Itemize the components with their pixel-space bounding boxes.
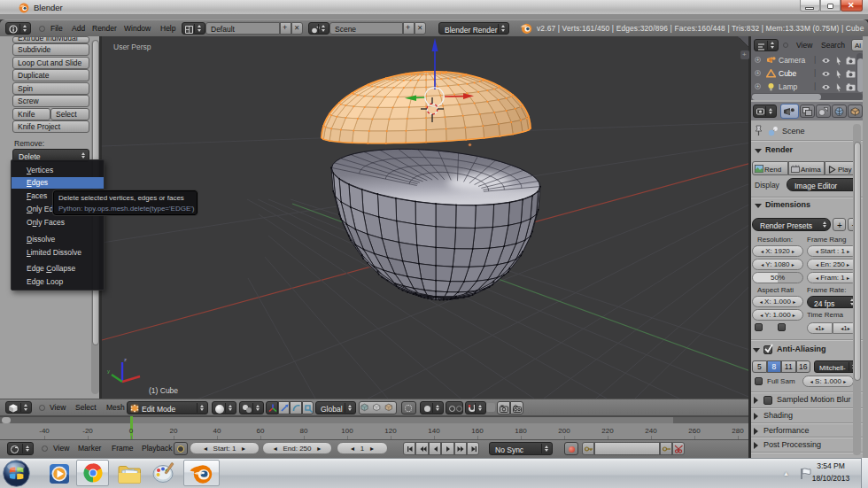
svg-text:z: z (124, 357, 127, 362)
svg-text:y: y (107, 368, 110, 374)
